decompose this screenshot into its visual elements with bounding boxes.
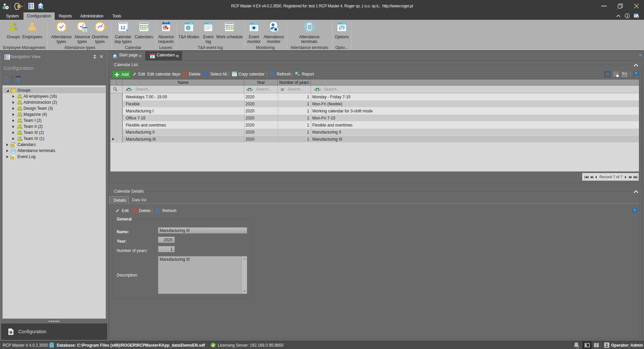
- svg-text:c: c: [252, 88, 254, 91]
- svg-text:a: a: [126, 88, 127, 91]
- svg-text:c: c: [131, 88, 133, 91]
- svg-text:12: 12: [120, 25, 125, 30]
- svg-text:?: ?: [635, 71, 637, 76]
- svg-text:1: 1: [152, 56, 153, 58]
- svg-text:c: c: [320, 88, 321, 91]
- svg-text:?: ?: [634, 208, 636, 212]
- svg-text:12: 12: [83, 29, 87, 32]
- svg-text:B: B: [317, 88, 319, 91]
- svg-text:a: a: [314, 88, 316, 91]
- svg-text:B: B: [249, 88, 251, 91]
- svg-text:B: B: [128, 88, 130, 91]
- svg-text:a: a: [247, 88, 248, 91]
